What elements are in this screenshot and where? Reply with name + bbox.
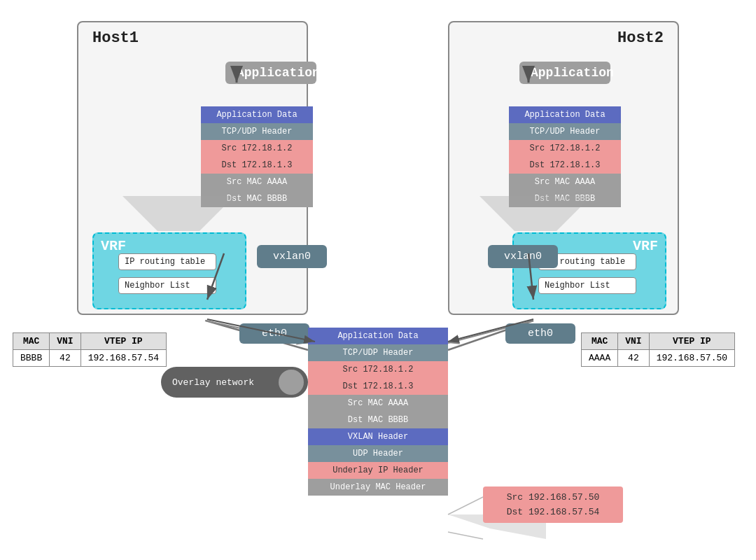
host2-dst-mac: Dst MAC BBBB	[509, 190, 621, 207]
mac-table-left-header-vni: VNI	[50, 333, 80, 350]
host2-vrf-label: VRF	[633, 238, 658, 254]
overlay-bar: Overlay network	[161, 367, 308, 398]
host2-label: Host2	[617, 29, 664, 47]
host1-src-mac: Src MAC AAAA	[201, 174, 313, 190]
host2-box: Host2 Application Application Data TCP/U…	[448, 21, 679, 315]
center-underlay-ip: Underlay IP Header	[308, 462, 448, 479]
host1-vxlan0[interactable]: vxlan0	[257, 245, 327, 268]
host1-eth0[interactable]: eth0	[239, 323, 309, 344]
host2-packet-stack: Application Data TCP/UDP Header Src 172.…	[509, 106, 621, 207]
center-udp: UDP Header	[308, 445, 448, 462]
host1-routing-table: IP routing table	[118, 253, 216, 270]
host2-app-data: Application Data	[509, 106, 621, 123]
host1-dst-mac: Dst MAC BBBB	[201, 190, 313, 207]
host2-tcp-header: TCP/UDP Header	[509, 123, 621, 140]
overlay-dot	[279, 370, 304, 395]
mac-table-right-header-vtep: VTEP IP	[649, 333, 734, 350]
mac-table-left-header-vtep: VTEP IP	[80, 333, 166, 350]
center-packet-stack: Application Data TCP/UDP Header Src 172.…	[308, 328, 448, 496]
mac-table-right-header-mac: MAC	[582, 333, 618, 350]
ip-dst: Dst 192.168.57.54	[494, 507, 612, 517]
svg-line-24	[448, 497, 483, 514]
host1-neighbor-list: Neighbor List	[118, 277, 216, 294]
center-underlay-mac: Underlay MAC Header	[308, 479, 448, 496]
center-app-data: Application Data	[308, 328, 448, 344]
mac-table-left-mac: BBBB	[13, 350, 50, 367]
mac-table-right-vtep: 192.168.57.50	[649, 350, 734, 367]
host1-app-data: Application Data	[201, 106, 313, 123]
host1-tcp-header: TCP/UDP Header	[201, 123, 313, 140]
host2-vxlan0[interactable]: vxlan0	[488, 245, 558, 268]
ip-src: Src 192.168.57.50	[494, 492, 612, 503]
host1-src-ip: Src 172.18.1.2	[201, 140, 313, 157]
center-src-ip: Src 172.18.1.2	[308, 361, 448, 378]
host2-dst-ip: Dst 172.18.1.3	[509, 157, 621, 174]
host2-src-mac: Src MAC AAAA	[509, 174, 621, 190]
host1-vrf-box: VRF IP routing table Neighbor List	[92, 232, 246, 309]
host2-eth0[interactable]: eth0	[505, 323, 575, 344]
mac-table-right: MAC VNI VTEP IP AAAA 42 192.168.57.50	[581, 332, 735, 367]
center-dst-ip: Dst 172.18.1.3	[308, 378, 448, 395]
mac-table-left-vtep: 192.168.57.54	[80, 350, 166, 367]
host2-src-ip: Src 172.18.1.2	[509, 140, 621, 157]
center-dst-mac: Dst MAC BBBB	[308, 412, 448, 428]
center-src-mac: Src MAC AAAA	[308, 395, 448, 412]
host1-box: Host1 Application Application Data TCP/U…	[77, 21, 308, 315]
host2-neighbor-list: Neighbor List	[538, 277, 636, 294]
host1-label: Host1	[92, 29, 139, 47]
mac-table-left: MAC VNI VTEP IP BBBB 42 192.168.57.54	[13, 332, 167, 367]
host2-vrf-box: VRF IP routing table Neighbor List	[512, 232, 666, 309]
overlay-label: Overlay network	[161, 377, 254, 388]
ip-info-box: Src 192.168.57.50 Dst 192.168.57.54	[483, 486, 623, 523]
host1-app-button[interactable]: Application	[225, 62, 316, 84]
center-tcp: TCP/UDP Header	[308, 344, 448, 361]
host2-app-button[interactable]: Application	[519, 62, 610, 84]
host1-dst-ip: Dst 172.18.1.3	[201, 157, 313, 174]
mac-table-right-row: AAAA 42 192.168.57.50	[582, 350, 735, 367]
host1-vrf-label: VRF	[101, 238, 126, 254]
mac-table-left-vni: 42	[50, 350, 80, 367]
mac-table-right-header-vni: VNI	[618, 333, 649, 350]
center-vxlan: VXLAN Header	[308, 428, 448, 445]
mac-table-left-header-mac: MAC	[13, 333, 50, 350]
mac-table-right-vni: 42	[618, 350, 649, 367]
svg-line-25	[448, 532, 483, 539]
mac-table-left-row: BBBB 42 192.168.57.54	[13, 350, 167, 367]
mac-table-right-mac: AAAA	[582, 350, 618, 367]
host1-packet-stack: Application Data TCP/UDP Header Src 172.…	[201, 106, 313, 207]
